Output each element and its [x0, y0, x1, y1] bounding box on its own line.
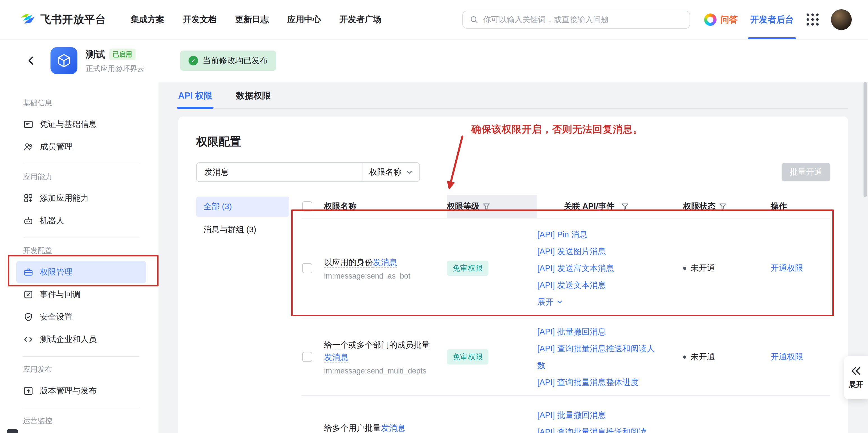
select-all-checkbox[interactable]: [302, 201, 312, 211]
brand[interactable]: 飞书开放平台: [20, 12, 106, 27]
robot-icon: [23, 215, 34, 226]
api-link[interactable]: [API] 查询批量消息推送和阅读人数: [537, 340, 655, 374]
shield-icon: [23, 312, 34, 322]
api-link[interactable]: [API] 查询批量消息整体进度: [537, 374, 655, 391]
permission-scope: im:message:send_multi_depts: [324, 367, 437, 375]
permission-name[interactable]: 以应用的身份发消息: [324, 256, 437, 268]
app-header: 测试 已启用 正式应用@环界云 ✓ 当前修改均已发布: [0, 39, 868, 82]
api-link[interactable]: [API] 批量撤回消息: [537, 407, 655, 424]
page-title: 权限配置: [196, 117, 830, 149]
sidebar-item-test-org[interactable]: 测试企业和人员: [16, 328, 146, 351]
sidebar-item-add-capability[interactable]: 添加应用能力: [16, 187, 146, 209]
status-dot-icon: [683, 355, 686, 358]
nav-item-docs[interactable]: 开发文档: [183, 14, 217, 25]
tab-data-permissions[interactable]: 数据权限: [236, 83, 271, 108]
header-action: 操作: [771, 195, 830, 218]
apps-plus-icon: [23, 193, 34, 204]
api-link[interactable]: [API] 发送文本消息: [537, 277, 655, 293]
permission-toolbar: 权限名称 批量开通: [196, 162, 830, 182]
header-permission-status[interactable]: 权限状态: [683, 195, 771, 218]
sidebar-item-security[interactable]: 安全设置: [16, 306, 146, 328]
permission-name[interactable]: 给一个或多个部门的成员批量发消息: [324, 339, 437, 363]
global-search-input[interactable]: [483, 15, 683, 24]
tab-api-permissions[interactable]: API 权限: [178, 83, 212, 108]
global-search[interactable]: [462, 11, 690, 29]
qa-label: 问答: [720, 14, 738, 26]
filter-funnel-icon: [621, 203, 628, 210]
app-name: 测试: [86, 48, 105, 61]
chevron-down-icon: [556, 298, 563, 305]
permission-search-group: 权限名称: [196, 162, 420, 182]
upload-box-icon: [23, 385, 34, 396]
header-related-api[interactable]: 关联 API/事件: [537, 195, 683, 218]
sidebar-item-events[interactable]: 事件与回调: [16, 283, 146, 306]
panel-expander-button[interactable]: 展开: [844, 356, 868, 399]
sidebar-item-version-release[interactable]: 版本管理与发布: [16, 380, 146, 402]
api-link[interactable]: [API] Pin 消息: [537, 226, 655, 243]
check-circle-icon: ✓: [188, 56, 198, 65]
table-header: 权限名称 权限等级 关联 API/事件: [302, 195, 830, 219]
nav-item-changelog[interactable]: 更新日志: [235, 14, 269, 25]
nav-item-integration[interactable]: 集成方案: [131, 14, 164, 25]
table-row: 以应用的身份发消息 im:message:send_as_bot 免审权限 [A…: [302, 219, 830, 318]
avatar[interactable]: [831, 9, 852, 30]
permission-name[interactable]: 给多个用户批量发消息: [324, 422, 437, 433]
status-badge: 已启用: [110, 49, 135, 60]
search-field-select[interactable]: 权限名称: [362, 163, 420, 181]
header-permission-name: 权限名称: [322, 195, 447, 218]
category-all[interactable]: 全部 (3): [196, 197, 289, 217]
expander-label: 展开: [849, 380, 863, 389]
open-permission-link[interactable]: 开通权限: [771, 352, 803, 361]
permission-card: 权限配置 权限名称 批量开通 全部 (3) 消息与群组: [178, 117, 848, 433]
sidebar-item-members[interactable]: 成员管理: [16, 136, 146, 158]
vertical-scrollbar[interactable]: [864, 82, 867, 197]
sidebar-item-permissions[interactable]: 权限管理: [16, 261, 146, 283]
nav-right-area: 问答 开发者后台: [704, 0, 852, 39]
developer-console-link[interactable]: 开发者后台: [750, 0, 794, 39]
api-link[interactable]: [API] 发送富文本消息: [537, 260, 655, 277]
expand-link[interactable]: 展开: [537, 293, 655, 310]
bottom-edge-artifact: [7, 429, 18, 433]
app-subtitle: 正式应用@环界云: [86, 64, 144, 74]
header-permission-level[interactable]: 权限等级: [447, 195, 537, 218]
sidebar-section-monitoring: 运营监控: [23, 416, 146, 425]
brand-name: 飞书开放平台: [40, 12, 106, 27]
back-icon: [26, 55, 37, 66]
apps-grid-icon[interactable]: [807, 13, 818, 26]
status-dot-icon: [683, 267, 686, 270]
api-link[interactable]: [API] 查询批量消息推送和阅读: [537, 424, 655, 433]
code-icon: [23, 334, 34, 345]
category-message-group[interactable]: 消息与群组 (3): [196, 220, 289, 240]
sidebar-item-credentials[interactable]: 凭证与基础信息: [16, 113, 146, 136]
batch-open-button[interactable]: 批量开通: [782, 163, 830, 181]
main-area: API 权限 数据权限 权限配置 权限名称 批量开: [158, 82, 868, 433]
nav-item-dev-plaza[interactable]: 开发者广场: [339, 14, 381, 25]
table-row: 给一个或多个部门的成员批量发消息 im:message:send_multi_d…: [302, 318, 830, 396]
api-link[interactable]: [API] 发送图片消息: [537, 243, 655, 260]
nav-menu: 集成方案 开发文档 更新日志 应用中心 开发者广场: [131, 14, 381, 25]
row-checkbox[interactable]: [302, 263, 312, 273]
briefcase-icon: [23, 267, 34, 278]
sidebar-section-basic: 基础信息: [23, 98, 146, 107]
category-list: 全部 (3) 消息与群组 (3): [196, 195, 289, 433]
back-button[interactable]: [26, 55, 38, 67]
id-card-icon: [23, 119, 34, 130]
filter-funnel-icon: [483, 203, 490, 210]
nav-item-app-center[interactable]: 应用中心: [287, 14, 321, 25]
feishu-logo-icon: [20, 12, 35, 27]
app-meta: 测试 已启用 正式应用@环界云: [86, 48, 144, 74]
sidebar-section-release: 应用发布: [23, 365, 146, 373]
permission-scope: im:message:send_as_bot: [324, 272, 437, 281]
permission-content: 全部 (3) 消息与群组 (3) 权限名称 权限等级: [196, 195, 830, 433]
open-permission-link[interactable]: 开通权限: [771, 263, 803, 272]
sidebar-section-devconfig: 开发配置: [23, 246, 146, 255]
sidebar-item-bot[interactable]: 机器人: [16, 209, 146, 232]
sidebar-section-capability: 应用能力: [23, 172, 146, 181]
top-navbar: 飞书开放平台 集成方案 开发文档 更新日志 应用中心 开发者广场 问答 开发者后…: [0, 0, 868, 39]
api-link[interactable]: [API] 批量撤回消息: [537, 323, 655, 340]
qa-link[interactable]: 问答: [704, 13, 738, 26]
level-badge: 免审权限: [447, 349, 489, 365]
sidebar-divider: [23, 237, 140, 238]
permission-search-input[interactable]: [197, 163, 362, 181]
row-checkbox[interactable]: [302, 352, 312, 362]
